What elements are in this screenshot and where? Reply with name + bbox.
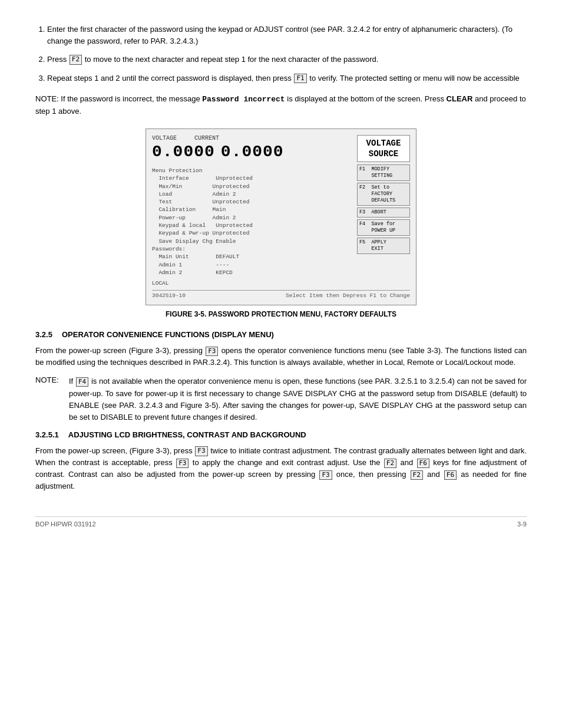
menu-line-3: Load Admin 2: [152, 190, 352, 198]
note1-label: NOTE:: [35, 94, 61, 103]
menu-line-9: Save Display Chg Enable: [152, 238, 352, 245]
voltage-label: VOLTAGE: [152, 135, 177, 141]
display-labels: VOLTAGE CURRENT: [152, 135, 351, 141]
menu-line-12: Admin 1 ----: [152, 261, 352, 269]
section-325-number: 3.2.5: [35, 330, 52, 339]
section-3251-number: 3.2.5.1: [35, 430, 59, 439]
section-3251-para: From the power-up screen, (Figure 3-3), …: [35, 445, 527, 493]
f6-key-3251b: F6: [444, 470, 457, 480]
figure-number: 3042519-10: [152, 292, 186, 299]
note2-text: If F4 is not available when the operator…: [69, 375, 527, 423]
footer-text: Select Item then Depress F1 to Change: [286, 292, 410, 299]
step-3-text-after: to verify. The protected setting or menu…: [309, 74, 519, 83]
steps-list: Enter the first character of the passwor…: [47, 24, 527, 84]
menu-lines: Menu Protection Interface Unprotected Ma…: [152, 167, 352, 276]
display-menu: Menu Protection Interface Unprotected Ma…: [152, 164, 352, 286]
display-footer: 3042519-10 Select Item then Depress F1 t…: [152, 290, 410, 299]
figure-caption: FIGURE 3-5. PASSWORD PROTECTION MENU, FA…: [35, 310, 527, 318]
para-and: and: [400, 458, 413, 467]
menu-line-13: Admin 2 KEPCD: [152, 269, 352, 276]
note1-code: Password incorrect: [202, 95, 285, 104]
step-3: Repeat steps 1 and 2 until the correct p…: [47, 73, 527, 84]
note-2: NOTE: If F4 is not available when the op…: [35, 375, 527, 423]
display-top: VOLTAGE CURRENT 0.0000 0.0000 VOLTAGESOU…: [152, 135, 410, 164]
menu-line-7: Keypad & local Unprotected: [152, 222, 352, 229]
section-325-before: From the power-up screen (Figure 3-3), p…: [35, 346, 203, 355]
step-3-text-before: Repeat steps 1 and 2 until the correct p…: [47, 74, 292, 83]
menu-line-2: Max/Min Unprotected: [152, 183, 352, 190]
step-2: Press F2 to move to the next character a…: [47, 54, 527, 65]
step-1: Enter the first character of the passwor…: [47, 24, 527, 47]
display-values: 0.0000 0.0000: [152, 143, 351, 161]
f3-key-325: F3: [206, 347, 218, 356]
note1-before: If the password is incorrect, the messag…: [61, 94, 200, 103]
note2-if: If: [69, 377, 75, 386]
footer-right: 3-9: [517, 521, 527, 528]
note2-label: NOTE:: [35, 375, 63, 423]
fn-buttons: F1 MODIFY SETTING F2 Set to FACTORY DEFA…: [357, 164, 410, 286]
display-main: VOLTAGE CURRENT 0.0000 0.0000: [152, 135, 351, 164]
note1-after: is displayed at the bottom of the screen…: [287, 94, 444, 103]
footer-left: BOP HIPWR 031912: [35, 521, 96, 528]
note-1: NOTE: If the password is incorrect, the …: [35, 93, 527, 117]
display-body: Menu Protection Interface Unprotected Ma…: [152, 164, 410, 286]
f2-key-3251: F2: [384, 459, 396, 468]
step-2-text-after: to move to the next character and repeat…: [85, 55, 379, 64]
section-325-title: OPERATOR CONVENIENCE FUNCTIONS (DISPLAY …: [62, 330, 274, 339]
f3-key-3251b: F3: [176, 459, 189, 468]
menu-line-10: Passwords:: [152, 245, 352, 253]
page-footer: BOP HIPWR 031912 3-9: [35, 516, 527, 528]
f2-button: F2 Set to FACTORY DEFAULTS: [357, 183, 410, 206]
section-325-para: From the power-up screen (Figure 3-3), p…: [35, 345, 527, 368]
device-display-wrapper: VOLTAGE CURRENT 0.0000 0.0000 VOLTAGESOU…: [35, 129, 527, 305]
menu-line-5: Calibration Main: [152, 206, 352, 213]
menu-line-8: Keypad & Pwr-up Unprotected: [152, 229, 352, 237]
current-label: CURRENT: [194, 135, 219, 141]
para-after: to apply the change and exit contrast ad…: [193, 458, 381, 467]
local-label: LOCAL: [152, 280, 352, 286]
f3-key-3251c: F3: [319, 470, 332, 480]
f4-button: F4 Save for POWER UP: [357, 219, 410, 236]
f1-key: F1: [294, 74, 306, 83]
para-final-and: and: [427, 470, 440, 479]
f3-button: F3 ABORT: [357, 207, 410, 218]
f6-key-3251a: F6: [417, 459, 429, 468]
note1-bold: CLEAR: [447, 94, 473, 103]
current-value: 0.0000: [221, 143, 284, 161]
menu-line-1: Interface Unprotected: [152, 174, 352, 182]
voltage-value: 0.0000: [152, 143, 215, 161]
para-before: From the power-up screen, (Figure 3-3), …: [35, 446, 193, 455]
device-title: VOLTAGESOURCE: [357, 135, 410, 162]
f5-button: F5 APPLY EXIT: [357, 238, 410, 254]
page-content: Enter the first character of the passwor…: [35, 24, 527, 528]
menu-line-6: Power-up Admin 2: [152, 214, 352, 222]
section-3251-title: ADJUSTING LCD BRIGHTNESS, CONTRAST AND B…: [68, 430, 306, 439]
menu-line-11: Main Unit DEFAULT: [152, 253, 352, 261]
menu-line-0: Menu Protection: [152, 167, 352, 174]
step-2-text-before: Press: [47, 55, 67, 64]
menu-line-4: Test Unprotected: [152, 198, 352, 206]
note2-body: is not available when the operator conve…: [69, 377, 527, 421]
device-display: VOLTAGE CURRENT 0.0000 0.0000 VOLTAGESOU…: [146, 129, 416, 305]
f1-button: F1 MODIFY SETTING: [357, 164, 410, 181]
section-325-header: 3.2.5 OPERATOR CONVENIENCE FUNCTIONS (DI…: [35, 330, 527, 339]
f2-key: F2: [70, 55, 82, 64]
para-last: once, then pressing: [336, 470, 406, 479]
f2-key-3251b: F2: [411, 470, 423, 480]
section-3251-header: 3.2.5.1 ADJUSTING LCD BRIGHTNESS, CONTRA…: [35, 430, 527, 439]
f3-key-3251a: F3: [195, 446, 207, 456]
step-1-text: Enter the first character of the passwor…: [47, 25, 513, 45]
f4-key-note2: F4: [76, 377, 88, 387]
